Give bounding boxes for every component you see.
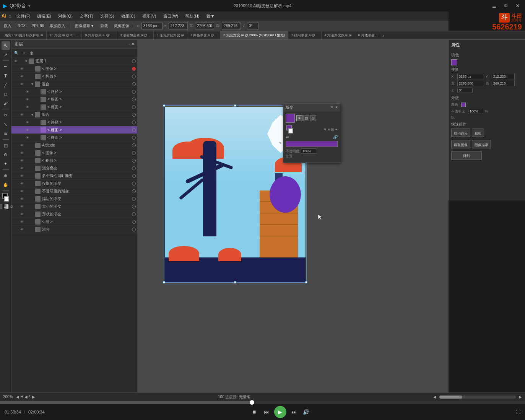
play-button[interactable]: ▶ xyxy=(274,406,286,418)
layer-item[interactable]: 👁< 图像 > xyxy=(11,149,137,157)
coord-y-input[interactable] xyxy=(169,23,188,29)
video-playhead[interactable] xyxy=(250,400,254,405)
layer-item[interactable]: 👁形状的渐变 xyxy=(11,210,137,218)
layer-lock-icon[interactable] xyxy=(25,112,30,117)
pen-tool[interactable]: ✒ xyxy=(2,62,10,71)
layer-visibility-icon[interactable]: 👁 xyxy=(19,66,24,72)
fp-type-solid[interactable]: ■ xyxy=(296,115,302,121)
gradient-tool[interactable]: ◫ xyxy=(2,141,10,150)
layer-item[interactable]: 👁投影的渐变 xyxy=(11,180,137,187)
gradient-mode-button[interactable]: ▬ xyxy=(3,204,8,209)
appearance-fill-swatch[interactable] xyxy=(461,103,466,107)
layer-target-circle[interactable] xyxy=(132,228,136,231)
layer-item[interactable]: 👁< 椭圆 > xyxy=(11,103,137,111)
crop-button[interactable]: 裁剪 xyxy=(472,129,484,137)
expand-icon[interactable]: ▼ xyxy=(31,82,34,86)
toolbar-embed[interactable]: 嵌入 xyxy=(2,23,14,29)
layer-lock-icon[interactable] xyxy=(19,59,24,63)
status-scroll-right[interactable]: ▶ xyxy=(519,395,522,399)
layer-lock-icon[interactable] xyxy=(31,120,35,125)
layer-target-circle[interactable] xyxy=(132,174,136,178)
clip-image-button[interactable]: 截取图像 xyxy=(451,140,470,148)
layer-lock-icon[interactable] xyxy=(31,128,35,132)
fp-opacity-input[interactable] xyxy=(301,148,316,154)
menu-text[interactable]: 文字(T) xyxy=(76,13,96,20)
fp-type-linear[interactable]: ▤ xyxy=(303,115,309,121)
status-scroll-left[interactable]: ◀ xyxy=(433,395,436,399)
layer-target-circle[interactable] xyxy=(132,128,136,132)
layer-item[interactable]: 👁< 椭圆 > xyxy=(11,126,137,134)
image-trace-button[interactable]: 图像描摹 xyxy=(472,140,491,148)
layer-visibility-icon[interactable]: 👁 xyxy=(19,212,24,217)
layer-visibility-icon[interactable]: 👁 xyxy=(19,143,24,148)
fp-fill-stroke[interactable] xyxy=(286,125,294,133)
color-mode-button[interactable]: ■ xyxy=(0,204,2,209)
layer-item[interactable]: 👁▼图层 1 xyxy=(11,57,137,65)
layer-target-circle[interactable] xyxy=(132,143,136,147)
layer-lock-icon[interactable] xyxy=(31,135,35,140)
layer-lock-icon[interactable] xyxy=(25,158,30,163)
prev-button[interactable]: ⏮ xyxy=(262,407,271,417)
fp-type-radial[interactable]: ◎ xyxy=(310,115,316,121)
layer-lock-icon[interactable] xyxy=(25,143,30,148)
layer-item[interactable]: 👁多个属性同时渐变 xyxy=(11,172,137,180)
canvas-area[interactable]: ∿ xyxy=(138,40,449,401)
toolbar-rgb[interactable]: RG8 xyxy=(15,23,28,29)
layer-target-circle[interactable] xyxy=(132,212,136,216)
unembed-button[interactable]: 取消嵌入 xyxy=(451,129,470,137)
layer-lock-icon[interactable] xyxy=(25,227,30,232)
fill-color-swatch[interactable] xyxy=(451,59,457,65)
menu-select[interactable]: 选择(S) xyxy=(97,13,117,20)
layer-visibility-icon[interactable]: 👁 xyxy=(19,189,24,194)
menu-view[interactable]: 视图(V) xyxy=(139,13,159,20)
tab-4[interactable]: 5 任意所状渐变.ai xyxy=(154,31,187,39)
layer-lock-icon[interactable] xyxy=(31,105,35,109)
appearance-opacity-input[interactable] xyxy=(468,109,483,114)
layer-lock-icon[interactable] xyxy=(25,220,30,224)
layer-visibility-icon[interactable]: 👁 xyxy=(24,97,30,102)
layer-visibility-icon[interactable]: 👁 xyxy=(24,104,30,110)
y-value-input[interactable] xyxy=(492,74,515,79)
x-value-input[interactable] xyxy=(457,74,484,79)
layer-target-circle[interactable] xyxy=(132,98,136,101)
hand-tool[interactable]: ✋ xyxy=(2,181,10,189)
eyedropper-tool[interactable]: ✦ xyxy=(2,160,10,168)
layer-lock-icon[interactable] xyxy=(25,74,30,79)
menu-object[interactable]: 对象(O) xyxy=(55,13,76,20)
direct-select-tool[interactable]: ↗ xyxy=(2,50,10,59)
tab-3[interactable]: 3 渐变加主者.ai@... xyxy=(117,31,154,39)
menu-edit[interactable]: 编辑(E) xyxy=(34,13,54,20)
coord-h-input[interactable] xyxy=(222,23,241,29)
layers-tb-delete[interactable]: 🗑 xyxy=(28,50,35,56)
menu-help[interactable]: 帮助(H) xyxy=(182,13,202,20)
tab-7[interactable]: 2 径向渐变.ai@... xyxy=(288,31,322,39)
home-icon[interactable]: ⌂ xyxy=(8,13,11,19)
warp-tool[interactable]: ≋ xyxy=(2,129,10,138)
layer-visibility-icon[interactable]: 👁 xyxy=(24,120,30,125)
next-button[interactable]: ⏭ xyxy=(289,407,299,417)
layer-item[interactable]: 👁▼混合 xyxy=(11,80,137,88)
layer-lock-icon[interactable] xyxy=(31,90,35,94)
angle-input[interactable] xyxy=(247,23,258,29)
tab-9[interactable]: 6 其他渐变... xyxy=(355,31,381,39)
tab-6[interactable]: 8 混合渐变.ai @ 200% (RGB/GPU 预览) xyxy=(220,31,288,39)
layer-target-circle[interactable] xyxy=(132,105,136,109)
layer-target-circle[interactable] xyxy=(132,151,136,155)
angle-value-input[interactable] xyxy=(457,88,473,93)
toolbar-image-trace[interactable]: 图像描摹▼ xyxy=(73,23,96,29)
layer-visibility-icon[interactable]: 👁 xyxy=(24,89,30,94)
status-scrollbar-track[interactable] xyxy=(439,396,516,399)
layer-item[interactable]: 👁描边的渐变 xyxy=(11,195,137,203)
layer-lock-icon[interactable] xyxy=(25,197,30,201)
scale-tool[interactable]: ⤡ xyxy=(2,120,10,129)
menu-more[interactable]: 置▼ xyxy=(203,13,218,20)
layer-visibility-icon[interactable]: 👁 xyxy=(19,166,24,171)
fp-color-icon[interactable]: ▼ xyxy=(323,127,327,132)
layer-target-circle[interactable] xyxy=(132,220,136,224)
layer-target-circle[interactable] xyxy=(132,59,136,63)
layer-visibility-icon[interactable]: 👁 xyxy=(19,219,24,225)
layer-target-circle[interactable] xyxy=(132,136,136,140)
layer-lock-icon[interactable] xyxy=(25,166,30,171)
layer-target-circle[interactable] xyxy=(132,67,136,71)
layer-target-circle[interactable] xyxy=(132,197,136,201)
